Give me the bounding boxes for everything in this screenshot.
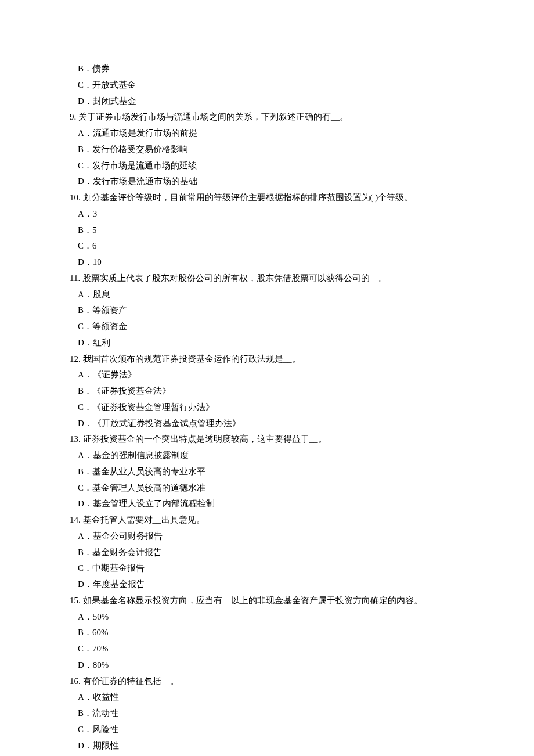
option-letter: A (78, 290, 84, 299)
option-separator: ． (84, 692, 93, 701)
answer-option: A．股息 (70, 287, 464, 303)
answer-option: B．基金从业人员较高的专业水平 (70, 464, 464, 480)
answer-option: A．基金公司财务报告 (70, 528, 464, 545)
option-separator: ． (84, 579, 93, 589)
option-separator: ． (84, 209, 93, 218)
option-separator: ． (84, 644, 92, 653)
option-text: 基金从业人员较高的专业水平 (92, 467, 205, 476)
option-letter: D (78, 419, 84, 428)
option-separator: ． (84, 177, 93, 186)
answer-option: A．50% (70, 609, 464, 625)
option-separator: ． (84, 161, 92, 170)
answer-option: B．60% (70, 625, 464, 641)
option-text: 基金财务会计报告 (92, 548, 162, 557)
answer-option: C．中期基金报告 (70, 560, 464, 577)
question-text: 划分基金评价等级时，目前常用的等级评价主要根据指标的排序范围设置为( )个等级。 (81, 193, 413, 202)
answer-option: D．80% (70, 657, 464, 674)
option-letter: C (78, 161, 84, 170)
answer-option: B．《证券投资基金法》 (70, 383, 464, 399)
answer-option: B．债券 (70, 61, 464, 77)
option-text: 50% (93, 612, 109, 621)
option-text: 基金公司财务报告 (93, 531, 163, 541)
answer-option: B．基金财务会计报告 (70, 545, 464, 561)
question-number: 12. (70, 354, 81, 363)
option-text: 流动性 (92, 708, 118, 718)
option-text: 6 (92, 241, 97, 250)
answer-option: C．《证券投资基金管理暂行办法》 (70, 399, 464, 416)
option-letter: A (78, 692, 84, 701)
question-number: 16. (70, 676, 81, 686)
option-letter: B (78, 386, 84, 395)
question-text: 股票实质上代表了股东对股份公司的所有权，股东凭借股票可以获得公司的__。 (80, 273, 387, 283)
answer-option: D．发行市场是流通市场的基础 (70, 174, 464, 190)
option-text: 基金管理人设立了内部流程控制 (93, 499, 215, 508)
option-letter: C (78, 725, 84, 734)
option-separator: ． (84, 225, 92, 235)
question-text: 关于证券市场发行市场与流通市场之间的关系，下列叙述正确的有__。 (76, 112, 348, 121)
option-text: 基金的强制信息披露制度 (93, 451, 189, 460)
option-letter: B (78, 467, 84, 476)
option-letter: C (78, 563, 84, 573)
answer-option: A．3 (70, 206, 464, 222)
option-letter: D (78, 579, 84, 589)
option-text: 等额资金 (92, 322, 127, 331)
option-text: 年度基金报告 (93, 579, 145, 589)
option-letter: C (78, 644, 84, 653)
answer-option: B．发行价格受交易价格影响 (70, 142, 464, 158)
option-text: 60% (92, 628, 109, 637)
option-letter: B (78, 628, 84, 637)
option-separator: ． (84, 563, 92, 573)
option-separator: ． (84, 338, 93, 347)
option-letter: D (78, 257, 84, 267)
content-body: B．债券C．开放式基金D．封闭式基金9. 关于证券市场发行市场与流通市场之间的关… (70, 61, 464, 756)
answer-option: A．收益性 (70, 689, 464, 705)
option-letter: C (78, 322, 84, 331)
option-letter: D (78, 499, 84, 508)
answer-option: C．基金管理人员较高的道德水准 (70, 480, 464, 496)
option-separator: ． (84, 322, 92, 331)
option-separator: ． (84, 257, 93, 267)
option-text: 债券 (92, 64, 110, 73)
answer-option: D．《开放式证券投资基金试点管理办法》 (70, 416, 464, 432)
option-separator: ． (84, 451, 93, 460)
option-text: 等额资产 (92, 305, 127, 315)
option-letter: D (78, 338, 84, 347)
answer-option: C．6 (70, 238, 464, 254)
question-line: 17. __不属于基金净值公告中需要披露的信息。 (70, 754, 464, 756)
option-letter: C (78, 80, 84, 89)
option-text: 中期基金报告 (92, 563, 145, 573)
option-text: 风险性 (92, 725, 118, 734)
option-letter: B (78, 708, 84, 718)
option-separator: ． (84, 419, 93, 428)
option-letter: D (78, 660, 84, 669)
option-separator: ． (84, 370, 93, 379)
question-number: 14. (70, 515, 81, 524)
answer-option: D．红利 (70, 335, 464, 351)
option-letter: B (78, 548, 84, 557)
option-separator: ． (84, 290, 93, 299)
option-text: 3 (93, 209, 98, 218)
answer-option: B．等额资产 (70, 303, 464, 319)
option-letter: C (78, 483, 84, 492)
option-letter: A (78, 209, 84, 218)
option-separator: ． (84, 548, 92, 557)
question-text: 证券投资基金的一个突出特点是透明度较高，这主要得益于__。 (81, 434, 327, 444)
option-letter: A (78, 370, 84, 379)
question-number: 15. (70, 596, 81, 605)
question-line: 15. 如果基金名称显示投资方向，应当有__以上的非现金基金资产属于投资方向确定… (70, 593, 464, 609)
question-number: 9. (70, 112, 76, 121)
option-text: 80% (93, 660, 109, 669)
option-separator: ． (84, 96, 93, 106)
answer-option: B．流动性 (70, 705, 464, 722)
option-letter: A (78, 128, 84, 138)
answer-option: C．开放式基金 (70, 77, 464, 93)
question-text: 有价证券的特征包括__。 (81, 676, 179, 686)
question-number: 13. (70, 434, 81, 444)
document-page: B．债券C．开放式基金D．封闭式基金9. 关于证券市场发行市场与流通市场之间的关… (0, 0, 534, 756)
option-letter: D (78, 741, 84, 750)
option-letter: B (78, 64, 84, 73)
answer-option: A．《证券法》 (70, 367, 464, 383)
option-separator: ． (84, 612, 93, 621)
option-letter: C (78, 241, 84, 250)
question-text: 我国首次颁布的规范证券投资基金运作的行政法规是__。 (81, 354, 301, 363)
